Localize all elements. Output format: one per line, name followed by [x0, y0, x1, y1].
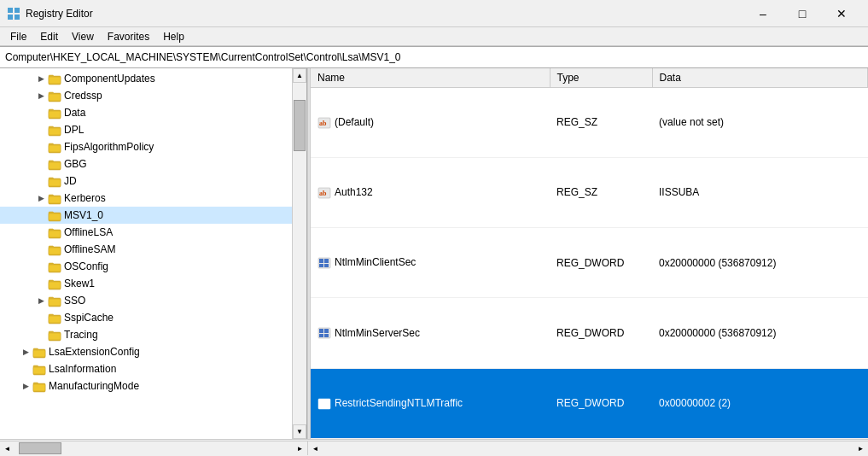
svg-rect-29 [324, 259, 329, 263]
tree-item-skew1[interactable]: Skew1 [0, 275, 292, 292]
h-scroll-track-values[interactable] [323, 441, 853, 455]
svg-rect-38 [319, 400, 323, 404]
table-row[interactable]: ab (Default) REG_SZ (value not set) [311, 87, 868, 157]
tree-label-gbg: GBG [64, 158, 87, 170]
menu-bar: FileEditViewFavoritesHelp [0, 27, 868, 46]
h-scroll-left-values[interactable]: ◄ [308, 441, 323, 455]
tree-item-data[interactable]: Data [0, 104, 292, 121]
folder-icon-sspicache [48, 312, 61, 324]
dword-icon [317, 327, 331, 339]
svg-rect-28 [319, 259, 323, 263]
folder-icon-gbg [48, 158, 61, 170]
value-data-cell: 0x00000002 (2) [652, 368, 868, 438]
tree-item-offlinelsa[interactable]: OfflineLSA [0, 224, 292, 241]
folder-icon-offlinesam [48, 243, 61, 255]
folder-icon-sso [48, 295, 61, 307]
svg-rect-34 [324, 329, 329, 333]
tree-item-lsainformation[interactable]: LsaInformation [0, 360, 292, 377]
tree-toggle-kerberos[interactable]: ▶ [34, 191, 48, 205]
tree-item-jd[interactable]: JD [0, 172, 292, 190]
tree-item-fipsalgorithmpolicy[interactable]: FipsAlgorithmPolicy [0, 138, 292, 155]
tree-toggle-lsaextensionconfig[interactable]: ▶ [19, 345, 32, 359]
svg-rect-4 [49, 77, 61, 84]
svg-rect-18 [49, 316, 61, 323]
tree-label-manufacturingmode: ManufacturingMode [49, 380, 139, 392]
tree-item-componentupdates[interactable]: ▶ ComponentUpdates [0, 70, 292, 87]
svg-rect-20 [33, 350, 45, 357]
tree-label-componentupdates: ComponentUpdates [64, 73, 155, 85]
folder-icon-kerberos [48, 192, 61, 204]
tree-label-lsaextensionconfig: LsaExtensionConfig [49, 346, 140, 358]
menu-item-view[interactable]: View [65, 29, 101, 44]
tree-item-msv1_0[interactable]: MSV1_0 [0, 207, 292, 224]
tree-scroll-area: ▶ ComponentUpdates▶ Credssp Data DPL Fip… [0, 68, 292, 439]
svg-rect-5 [49, 94, 61, 101]
scroll-up-button[interactable]: ▲ [293, 68, 306, 83]
tree-label-msv1_0: MSV1_0 [64, 209, 103, 221]
value-name-cell: NtlmMinServerSec [311, 298, 550, 368]
h-scroll-right-values[interactable]: ► [853, 441, 868, 455]
h-scroll-track-tree[interactable] [15, 441, 293, 455]
minimize-button[interactable]: – [743, 0, 783, 27]
h-scroll-right-tree[interactable]: ► [293, 441, 307, 455]
status-bar: ◄ ► ◄ ► [0, 439, 868, 456]
svg-rect-14 [49, 248, 61, 254]
svg-rect-7 [49, 128, 61, 135]
h-scroll-left-tree[interactable]: ◄ [0, 441, 15, 455]
folder-icon-msv1_0 [48, 209, 61, 221]
tree-item-sspicache[interactable]: SspiCache [0, 309, 292, 326]
tree-toggle-componentupdates[interactable]: ▶ [34, 72, 48, 85]
table-row[interactable]: NtlmMinServerSec REG_DWORD 0x20000000 (5… [311, 298, 868, 368]
window-title: Registry Editor [26, 8, 743, 20]
table-header-row: Name Type Data [311, 68, 868, 87]
close-button[interactable]: ✕ [822, 0, 861, 27]
tree-toggle-sso[interactable]: ▶ [34, 294, 48, 307]
value-type-cell: REG_DWORD [550, 298, 652, 368]
tree-toggle-credssp[interactable]: ▶ [34, 89, 48, 102]
folder-icon-jd [48, 175, 61, 187]
h-scroll-thumb-tree[interactable] [19, 442, 61, 454]
svg-rect-0 [8, 8, 13, 13]
folder-icon-tracing [48, 329, 61, 341]
tree-item-gbg[interactable]: GBG [0, 155, 292, 172]
table-row[interactable]: ab Auth132 REG_SZ IISSUBA [311, 157, 868, 227]
tree-item-manufacturingmode[interactable]: ▶ ManufacturingMode [0, 377, 292, 395]
tree-toggle-manufacturingmode[interactable]: ▶ [19, 379, 32, 393]
tree-item-tracing[interactable]: Tracing [0, 326, 292, 343]
address-path: Computer\HKEY_LOCAL_MACHINE\SYSTEM\Curre… [5, 51, 401, 63]
tree-item-offlinesam[interactable]: OfflineSAM [0, 241, 292, 258]
tree-item-kerberos[interactable]: ▶ Kerberos [0, 190, 292, 207]
svg-rect-3 [15, 15, 20, 20]
maximize-button[interactable]: □ [783, 0, 822, 27]
value-name-cell: NtlmMinClientSec [311, 228, 550, 298]
tree-label-skew1: Skew1 [64, 278, 95, 289]
menu-item-edit[interactable]: Edit [33, 29, 65, 44]
value-name-cell: ab Auth132 [311, 157, 550, 227]
folder-icon-osconfig [48, 260, 61, 272]
tree-label-sspicache: SspiCache [64, 312, 114, 324]
tree-vertical-scrollbar[interactable]: ▲ ▼ [292, 68, 306, 439]
svg-rect-39 [324, 400, 329, 404]
svg-rect-30 [319, 264, 323, 267]
value-data-cell: (value not set) [652, 87, 868, 157]
scroll-down-button[interactable]: ▼ [293, 424, 306, 439]
tree-item-osconfig[interactable]: OSConfig [0, 258, 292, 275]
scroll-track[interactable] [293, 83, 306, 424]
menu-item-favorites[interactable]: Favorites [101, 29, 156, 44]
menu-item-help[interactable]: Help [156, 29, 191, 44]
svg-rect-9 [49, 162, 61, 169]
tree-item-credssp[interactable]: ▶ Credssp [0, 87, 292, 104]
tree-item-sso[interactable]: ▶ SSO [0, 292, 292, 309]
folder-icon-lsainformation [32, 363, 46, 375]
tree-item-lsaextensionconfig[interactable]: ▶ LsaExtensionConfig [0, 343, 292, 360]
app-icon [7, 7, 20, 20]
tree-label-offlinelsa: OfflineLSA [64, 226, 113, 238]
tree-item-dpl[interactable]: DPL [0, 121, 292, 138]
menu-item-file[interactable]: File [3, 29, 33, 44]
svg-rect-19 [49, 333, 61, 340]
table-row[interactable]: NtlmMinClientSec REG_DWORD 0x20000000 (5… [311, 228, 868, 298]
table-row[interactable]: RestrictSendingNTLMTraffic REG_DWORD 0x0… [311, 368, 868, 438]
svg-rect-16 [49, 282, 61, 289]
scroll-thumb[interactable] [294, 100, 306, 151]
folder-icon-skew1 [48, 278, 61, 289]
